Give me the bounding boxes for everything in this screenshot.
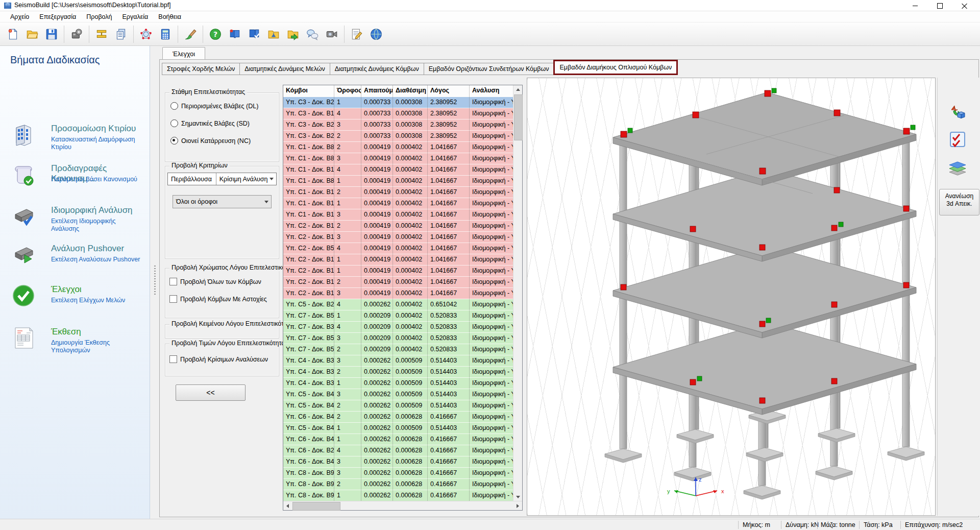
table-row[interactable]: Υπ. C3 - Δοκ. B2 1 0.000733 0.000308 2.3… (283, 97, 513, 108)
table-row[interactable]: Υπ. C2 - Δοκ. B1 - 3 0.000419 0.000402 1… (283, 288, 513, 299)
table-row[interactable]: Υπ. C6 - Δοκ. B2 4 0.000262 0.000628 0.4… (283, 445, 513, 456)
table-row[interactable]: Υπ. C5 - Δοκ. B4 - 1 0.000262 0.000509 0… (283, 423, 513, 434)
maximize-button[interactable] (928, 0, 951, 11)
3d-model-viewport[interactable]: x y z (527, 78, 936, 516)
tutorial-book-icon[interactable] (225, 25, 244, 44)
envelope-analysis-combo[interactable]: Περιβάλλουσα Κρίσιμη Ανάλυση (167, 173, 277, 185)
column-header-joints[interactable]: Κόμβοι (283, 85, 334, 97)
help-icon[interactable]: ? (206, 25, 225, 44)
table-row[interactable]: Υπ. C1 - Δοκ. B8 1 0.000419 0.000402 1.0… (283, 176, 513, 187)
sidebar-item-building-modelling[interactable]: Προσομοίωση Κτιρίου Κατασκευαστική Διαμό… (0, 123, 150, 158)
table-row[interactable]: Υπ. C8 - Δοκ. B9 1 0.000262 0.000628 0.4… (283, 490, 513, 501)
feedback-bubbles-icon[interactable] (303, 25, 322, 44)
menu-tools[interactable]: Εργαλεία (117, 12, 154, 21)
scroll-right-button[interactable] (513, 501, 522, 510)
subtab-joint-horizontal-hoops-area[interactable]: Εμβαδόν Οριζόντιων Συνδετήρων Κόμβων (424, 63, 554, 75)
model-nodes-icon[interactable] (136, 25, 156, 44)
menu-help[interactable]: Βοήθεια (153, 12, 186, 21)
scroll-left-button[interactable] (283, 501, 292, 510)
column-header-floor[interactable]: Όροφος (334, 85, 361, 97)
tab-checks[interactable]: Έλεγχοι (162, 47, 205, 60)
checks-list-icon[interactable] (945, 127, 970, 152)
menu-view[interactable]: Προβολή (81, 12, 117, 21)
layers-icon[interactable] (945, 155, 970, 181)
table-row[interactable]: Υπ. C7 - Δοκ. B3 4 0.000209 0.000402 0.5… (283, 322, 513, 333)
subtab-chord-rotations[interactable]: Στροφές Χορδής Μελών (162, 63, 239, 75)
website-globe-icon[interactable] (366, 25, 386, 44)
video-capture-icon[interactable] (322, 25, 341, 44)
minimize-button[interactable] (903, 0, 927, 11)
subtab-member-shear-forces[interactable]: Διατμητικές Δυνάμεις Μελών (239, 63, 330, 75)
table-row[interactable]: Υπ. C7 - Δοκ. B5 2 0.000209 0.000402 0.5… (283, 344, 513, 355)
verification-book-icon[interactable] (244, 25, 264, 44)
scroll-up-button[interactable] (513, 85, 522, 94)
table-row[interactable]: Υπ. C3 - Δοκ. B1 4 0.000733 0.000308 2.3… (283, 108, 513, 119)
table-row[interactable]: Υπ. C1 - Δοκ. B1 1 0.000419 0.000402 1.0… (283, 198, 513, 209)
new-project-icon[interactable] (3, 25, 22, 44)
horizontal-scroll-thumb[interactable] (292, 502, 340, 511)
table-row[interactable]: Υπ. C6 - Δοκ. B4 1 0.000262 0.000628 0.4… (283, 434, 513, 445)
project-folder-icon[interactable] (264, 25, 283, 44)
table-row[interactable]: Υπ. C4 - Δοκ. B3 3 0.000262 0.000509 0.5… (283, 355, 513, 367)
checkbox-show-all-joints[interactable]: Προβολή Όλων των Κόμβων (169, 278, 261, 285)
checkbox-show-critical-analyses[interactable]: Προβολή Κρίσιμων Αναλύσεων (169, 355, 268, 363)
open-project-icon[interactable] (22, 25, 42, 44)
table-row[interactable]: Υπ. C2 - Δοκ. B5 4 0.000419 0.000402 1.0… (283, 243, 513, 254)
table-row[interactable]: Υπ. C2 - Δοκ. B10 2 0.000419 0.000402 1.… (283, 221, 513, 232)
sidebar-splitter[interactable] (150, 46, 159, 519)
table-row[interactable]: Υπ. C2 - Δοκ. B10 1 0.000419 0.000402 1.… (283, 254, 513, 266)
table-row[interactable]: Υπ. C6 - Δοκ. B4 2 0.000262 0.000628 0.4… (283, 412, 513, 423)
sidebar-item-report[interactable]: Έκθεση Δημιουργία Έκθεσης Υπολογισμών (0, 326, 150, 362)
table-row[interactable]: Υπ. C1 - Δοκ. B1 3 0.000419 0.000402 1.0… (283, 209, 513, 221)
refresh-3d-view-icon[interactable] (945, 98, 970, 124)
processor-settings-icon[interactable] (67, 25, 86, 44)
table-row[interactable]: Υπ. C6 - Δοκ. B4 3 0.000262 0.000628 0.4… (283, 456, 513, 468)
close-button[interactable] (952, 0, 976, 11)
radio-damage-limitation[interactable]: Περιορισμένες Βλάβες (DL) (170, 102, 258, 110)
column-header-available[interactable]: Διαθέσιμη (393, 85, 428, 97)
column-header-required[interactable]: Απαιτούμ (361, 85, 393, 97)
sidebar-item-code-requirements[interactable]: Προδιαγραφές Κανονισμ... Παράμετροι βάσε… (0, 162, 150, 198)
table-row[interactable]: Υπ. C1 - Δοκ. B1 4 0.000419 0.000402 1.0… (283, 164, 513, 176)
checkbox-show-failed-joints[interactable]: Προβολή Κόμβων Με Αστοχίες (169, 295, 267, 303)
horizontal-scrollbar[interactable] (283, 501, 522, 510)
collapse-pane-button[interactable]: << (176, 384, 246, 401)
scroll-down-button[interactable] (513, 493, 522, 501)
save-project-icon[interactable] (42, 25, 61, 44)
floors-combo[interactable]: Όλοι οι όροφοι (173, 195, 272, 208)
vertical-scrollbar[interactable] (513, 85, 522, 501)
sidebar-item-pushover-analysis[interactable]: Ανάλυση Pushover Εκτέλεση Αναλύσεων Push… (0, 243, 150, 278)
sidebar-item-checks[interactable]: Έλεγχοι Εκτέλεση Ελέγχων Μελών (0, 283, 150, 319)
subtab-joint-longitudinal-reinforcement-area[interactable]: Εμβαδόν Διαμήκους Οπλισμού Κόμβων (553, 60, 678, 75)
format-brush-icon[interactable] (181, 25, 200, 44)
menu-edit[interactable]: Επεξεργασία (34, 12, 81, 21)
table-row[interactable]: Υπ. C5 - Δοκ. B2 4 0.000262 0.000402 0.6… (283, 299, 513, 310)
table-row[interactable]: Υπ. C4 - Δοκ. B3 1 0.000262 0.000509 0.5… (283, 378, 513, 389)
radio-near-collapse[interactable]: Οιονεί Κατάρρευση (NC) (170, 137, 251, 144)
export-folder-icon[interactable] (283, 25, 303, 44)
sidebar-item-eigenvalue-analysis[interactable]: Ιδιομορφική Ανάλυση Εκτέλεση Ιδιομορφική… (0, 204, 150, 240)
subtab-joint-shear-forces[interactable]: Διατμητικές Δυνάμεις Κόμβων (330, 63, 424, 75)
table-row[interactable]: Υπ. C1 - Δοκ. B1 2 0.000419 0.000402 1.0… (283, 187, 513, 198)
table-row[interactable]: Υπ. C5 - Δοκ. B4 - 2 0.000262 0.000509 0… (283, 400, 513, 412)
storey-levels-icon[interactable] (92, 25, 111, 44)
table-row[interactable]: Υπ. C8 - Δοκ. B9 2 0.000262 0.000628 0.4… (283, 479, 513, 490)
table-row[interactable]: Υπ. C2 - Δοκ. B1 - 1 0.000419 0.000402 1… (283, 266, 513, 277)
column-header-ratio[interactable]: Λόγος (428, 85, 470, 97)
table-row[interactable]: Υπ. C1 - Δοκ. B8 2 0.000419 0.000402 1.0… (283, 142, 513, 153)
radio-significant-damage[interactable]: Σημαντικές Βλάβες (SD) (170, 119, 250, 127)
table-row[interactable]: Υπ. C7 - Δοκ. B5 3 0.000209 0.000402 0.5… (283, 333, 513, 344)
table-row[interactable]: Υπ. C4 - Δοκ. B3 2 0.000262 0.000509 0.5… (283, 367, 513, 378)
documents-icon[interactable] (111, 25, 131, 44)
table-row[interactable]: Υπ. C3 - Δοκ. B2 2 0.000733 0.000308 2.3… (283, 131, 513, 142)
calculator-icon[interactable] (156, 25, 175, 44)
table-row[interactable]: Υπ. C1 - Δοκ. B8 3 0.000419 0.000402 1.0… (283, 153, 513, 164)
menu-file[interactable]: Αρχείο (5, 12, 34, 21)
table-row[interactable]: Υπ. C8 - Δοκ. B9 3 0.000262 0.000628 0.4… (283, 468, 513, 479)
table-row[interactable]: Υπ. C3 - Δοκ. B2 3 0.000733 0.000308 2.3… (283, 119, 513, 131)
table-row[interactable]: Υπ. C2 - Δοκ. B1 - 2 0.000419 0.000402 1… (283, 277, 513, 288)
table-row[interactable]: Υπ. C2 - Δοκ. B10 3 0.000419 0.000402 1.… (283, 232, 513, 243)
edit-notes-icon[interactable] (347, 25, 366, 44)
column-header-analysis[interactable]: Ανάλυση (470, 85, 513, 97)
table-row[interactable]: Υπ. C7 - Δοκ. B5 1 0.000209 0.000402 0.5… (283, 310, 513, 322)
